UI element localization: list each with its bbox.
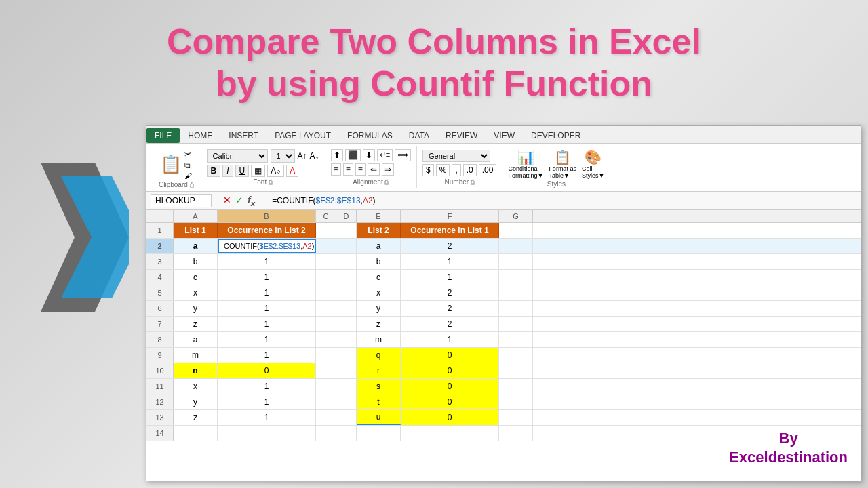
tab-home[interactable]: HOME	[180, 128, 220, 143]
cell-B3[interactable]: 1	[218, 254, 316, 269]
cell-G9[interactable]	[499, 348, 533, 363]
tab-data[interactable]: DATA	[401, 128, 437, 143]
cell-A8[interactable]: a	[174, 332, 218, 347]
cell-A2[interactable]: a	[174, 239, 218, 253]
increase-indent-icon[interactable]: ⇒	[382, 163, 394, 176]
col-header-E[interactable]: E	[357, 210, 401, 222]
font-size-select[interactable]: 14	[271, 149, 295, 163]
underline-button[interactable]: U	[235, 165, 250, 177]
cell-E14[interactable]	[357, 426, 401, 441]
cell-D7[interactable]	[336, 317, 357, 331]
cell-A4[interactable]: c	[174, 270, 218, 285]
cell-C11[interactable]	[316, 379, 336, 394]
cell-G8[interactable]	[499, 332, 533, 347]
cell-D1[interactable]	[336, 223, 357, 238]
format-painter-icon[interactable]: 🖌	[184, 171, 192, 180]
cell-E8[interactable]: m	[357, 332, 401, 347]
cell-B14[interactable]	[218, 426, 316, 441]
col-header-C[interactable]: C	[316, 210, 336, 222]
number-format-select[interactable]: General	[422, 150, 490, 162]
cell-D10[interactable]	[336, 363, 357, 378]
cell-A5[interactable]: x	[174, 285, 218, 300]
decrease-decimal-icon[interactable]: .0	[463, 164, 477, 176]
cell-A6[interactable]: y	[174, 301, 218, 316]
conditional-formatting-icon[interactable]: 📊	[517, 149, 534, 165]
cut-icon[interactable]: ✂	[184, 149, 192, 159]
cell-G13[interactable]	[499, 410, 533, 425]
font-size-decrease-icon[interactable]: A↓	[310, 151, 319, 161]
cell-G7[interactable]	[499, 317, 533, 331]
align-top-icon[interactable]: ⬆	[331, 149, 343, 161]
cell-B8[interactable]: 1	[218, 332, 316, 347]
cell-D9[interactable]	[336, 348, 357, 363]
cell-F2[interactable]: 2	[401, 239, 499, 253]
tab-insert[interactable]: INSERT	[220, 128, 267, 143]
tab-file[interactable]: FILE	[146, 128, 180, 143]
cell-E5[interactable]: x	[357, 285, 401, 300]
cell-F12[interactable]: 0	[401, 394, 499, 409]
cell-G4[interactable]	[499, 270, 533, 285]
cell-E11[interactable]: s	[357, 379, 401, 394]
cell-F13[interactable]: 0	[401, 410, 499, 425]
cell-D8[interactable]	[336, 332, 357, 347]
cell-C10[interactable]	[316, 363, 336, 378]
bold-button[interactable]: B	[207, 165, 221, 177]
cell-B6[interactable]: 1	[218, 301, 316, 316]
cell-E3[interactable]: b	[357, 254, 401, 269]
cell-D3[interactable]	[336, 254, 357, 269]
cell-F14[interactable]	[401, 426, 499, 441]
align-middle-icon[interactable]: ⬛	[345, 149, 361, 161]
cell-B12[interactable]: 1	[218, 394, 316, 409]
cell-B11[interactable]: 1	[218, 379, 316, 394]
cell-A13[interactable]: z	[174, 410, 218, 425]
cell-B13[interactable]: 1	[218, 410, 316, 425]
cell-E4[interactable]: c	[357, 270, 401, 285]
cell-E2[interactable]: a	[357, 239, 401, 253]
comma-icon[interactable]: ,	[452, 164, 460, 176]
align-right-icon[interactable]: ≡	[355, 163, 366, 176]
cell-G6[interactable]	[499, 301, 533, 316]
cell-D13[interactable]	[336, 410, 357, 425]
tab-page-layout[interactable]: PAGE LAYOUT	[267, 128, 339, 143]
col-header-B[interactable]: B	[218, 210, 316, 222]
cell-C7[interactable]	[316, 317, 336, 331]
tab-formulas[interactable]: FORMULAS	[339, 128, 401, 143]
cell-D14[interactable]	[336, 426, 357, 441]
cell-F6[interactable]: 2	[401, 301, 499, 316]
cell-A10[interactable]: n	[174, 363, 218, 378]
cell-D6[interactable]	[336, 301, 357, 316]
cell-A12[interactable]: y	[174, 394, 218, 409]
cell-C13[interactable]	[316, 410, 336, 425]
align-bottom-icon[interactable]: ⬇	[363, 149, 375, 161]
cell-B1[interactable]: Occurrence in List 2	[218, 223, 316, 238]
cell-C14[interactable]	[316, 426, 336, 441]
name-box[interactable]	[151, 194, 212, 207]
cell-G14[interactable]	[499, 426, 533, 441]
copy-icon[interactable]: ⧉	[184, 161, 192, 170]
cell-C6[interactable]	[316, 301, 336, 316]
cell-B9[interactable]: 1	[218, 348, 316, 363]
cell-C3[interactable]	[316, 254, 336, 269]
cell-E9[interactable]: q	[357, 348, 401, 363]
font-color-icon[interactable]: A	[286, 165, 298, 177]
currency-icon[interactable]: $	[422, 164, 434, 176]
cell-G1[interactable]	[499, 223, 533, 238]
font-name-select[interactable]: Calibri	[207, 149, 268, 163]
cell-F1[interactable]: Occurrence in List 1	[401, 223, 499, 238]
paste-icon[interactable]: 📋	[160, 154, 182, 175]
cell-C4[interactable]	[316, 270, 336, 285]
cell-G11[interactable]	[499, 379, 533, 394]
tab-review[interactable]: REVIEW	[437, 128, 486, 143]
cell-C5[interactable]	[316, 285, 336, 300]
col-header-D[interactable]: D	[336, 210, 357, 222]
cell-G2[interactable]	[499, 239, 533, 253]
cell-A1[interactable]: List 1	[174, 223, 218, 238]
cell-F3[interactable]: 1	[401, 254, 499, 269]
cell-D4[interactable]	[336, 270, 357, 285]
cell-E6[interactable]: y	[357, 301, 401, 316]
cancel-formula-icon[interactable]: ✕	[223, 195, 231, 207]
cell-F5[interactable]: 2	[401, 285, 499, 300]
col-header-A[interactable]: A	[174, 210, 218, 222]
format-as-table-icon[interactable]: 📋	[554, 149, 571, 165]
cell-B7[interactable]: 1	[218, 317, 316, 331]
